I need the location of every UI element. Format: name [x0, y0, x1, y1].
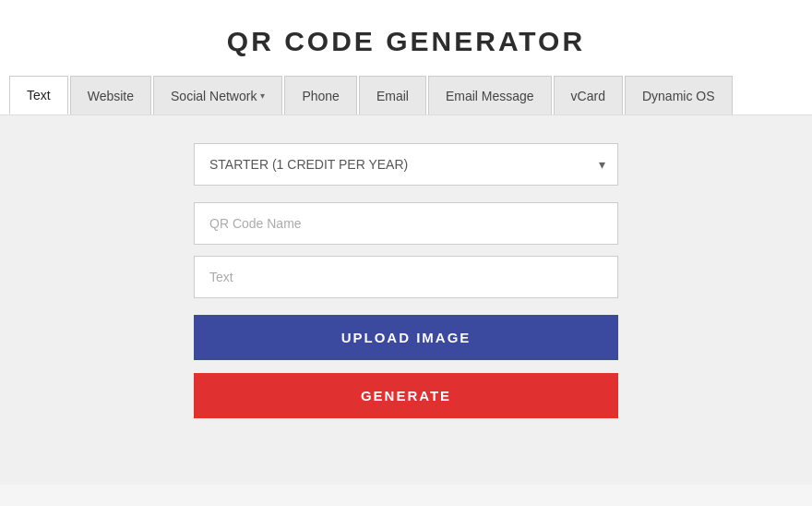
input-group	[194, 202, 618, 298]
tab-email-message[interactable]: Email Message	[428, 76, 552, 114]
qr-code-name-input[interactable]	[194, 202, 618, 245]
plan-select[interactable]: STARTER (1 CREDIT PER YEAR) PRO (5 CREDI…	[194, 143, 618, 186]
tab-email-label: Email	[376, 89, 409, 103]
tab-phone[interactable]: Phone	[284, 76, 356, 114]
content-area: STARTER (1 CREDIT PER YEAR) PRO (5 CREDI…	[0, 115, 812, 485]
page-header: QR CODE GENERATOR	[0, 0, 812, 76]
tab-social-network[interactable]: Social Network ▾	[153, 76, 282, 114]
form-container: STARTER (1 CREDIT PER YEAR) PRO (5 CREDI…	[194, 143, 618, 418]
tab-text[interactable]: Text	[9, 76, 68, 114]
tab-phone-label: Phone	[302, 89, 339, 103]
tab-website-label: Website	[88, 89, 134, 103]
page-wrapper: QR CODE GENERATOR Text Website Social Ne…	[0, 0, 812, 506]
tab-vcard[interactable]: vCard	[554, 76, 623, 114]
tab-bar: Text Website Social Network ▾ Phone Emai…	[0, 76, 812, 115]
tab-text-label: Text	[27, 88, 51, 102]
tab-email[interactable]: Email	[359, 76, 426, 114]
tab-website[interactable]: Website	[70, 76, 151, 114]
tab-dynamic-os[interactable]: Dynamic OS	[625, 76, 733, 114]
tab-vcard-label: vCard	[571, 89, 605, 103]
upload-image-button[interactable]: UPLOAD IMAGE	[194, 315, 618, 360]
tab-social-network-label: Social Network	[171, 89, 257, 103]
chevron-down-icon: ▾	[260, 90, 265, 101]
plan-select-wrapper: STARTER (1 CREDIT PER YEAR) PRO (5 CREDI…	[194, 143, 618, 186]
text-input[interactable]	[194, 256, 618, 298]
tab-dynamic-os-label: Dynamic OS	[642, 89, 715, 103]
page-title: QR CODE GENERATOR	[0, 26, 812, 57]
tab-email-message-label: Email Message	[446, 89, 534, 103]
generate-button[interactable]: GENERATE	[194, 373, 618, 418]
